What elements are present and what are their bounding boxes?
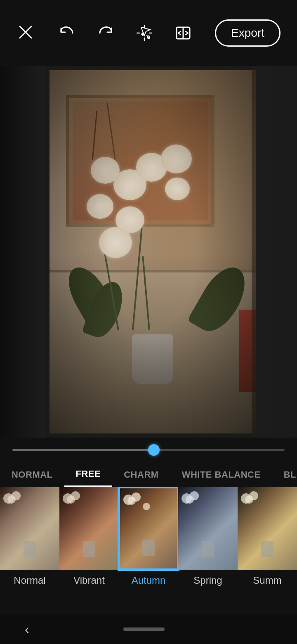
filter-item-spring[interactable]: Spring <box>178 487 238 586</box>
redo-button[interactable] <box>97 24 115 42</box>
flower-8 <box>99 227 132 258</box>
photo <box>50 70 256 433</box>
filter-item-normal[interactable]: Normal <box>0 487 59 586</box>
tab-charm[interactable]: CHARM <box>112 462 170 487</box>
flower-pot <box>132 334 173 384</box>
tab-blur[interactable]: BL <box>272 462 297 487</box>
close-button[interactable] <box>16 23 35 43</box>
export-button[interactable]: Export <box>215 19 280 47</box>
flower-4 <box>87 194 113 219</box>
filter-thumb-normal <box>0 487 59 570</box>
tab-free[interactable]: FREE <box>64 462 113 487</box>
filter-thumb-autumn <box>119 487 178 570</box>
filter-thumb-spring <box>178 487 238 570</box>
dark-right-overlay <box>252 66 297 438</box>
filter-tabs-bar: NORMAL FREE CHARM WHITE BALANCE BL <box>0 462 297 487</box>
filter-slider[interactable] <box>0 438 297 462</box>
filter-thumb-vibrant <box>59 487 119 570</box>
filter-item-autumn[interactable]: Autumn <box>119 487 178 586</box>
filter-thumbnails-row: Normal Vibrant Autumn <box>0 487 297 611</box>
image-preview <box>0 66 297 438</box>
slider-thumb[interactable] <box>148 444 160 456</box>
dark-left-overlay <box>0 66 45 438</box>
slider-track[interactable] <box>12 449 285 451</box>
compare-button[interactable] <box>174 24 192 42</box>
top-toolbar: ✦ Export <box>0 0 297 66</box>
home-pill[interactable] <box>123 627 165 631</box>
filter-label-normal: Normal <box>14 575 45 586</box>
flower-7 <box>161 144 192 173</box>
filter-item-summer[interactable]: Summ <box>238 487 297 586</box>
tab-white-balance[interactable]: WHITE BALANCE <box>170 462 272 487</box>
back-chevron[interactable]: ‹ <box>25 622 29 637</box>
slider-fill <box>12 449 154 451</box>
filter-label-autumn: Autumn <box>132 575 166 586</box>
tab-normal[interactable]: NORMAL <box>0 462 64 487</box>
undo-button[interactable] <box>58 24 76 42</box>
filter-label-vibrant: Vibrant <box>73 575 105 586</box>
filter-thumb-summer <box>238 487 297 570</box>
svg-text:✦: ✦ <box>139 30 146 39</box>
filter-label-spring: Spring <box>193 575 222 586</box>
flower-6 <box>165 178 190 200</box>
filter-item-vibrant[interactable]: Vibrant <box>59 487 119 586</box>
system-nav-bar: ‹ <box>0 614 297 644</box>
filter-label-summer: Summ <box>253 575 281 586</box>
magic-button[interactable]: ✦ <box>135 24 153 42</box>
